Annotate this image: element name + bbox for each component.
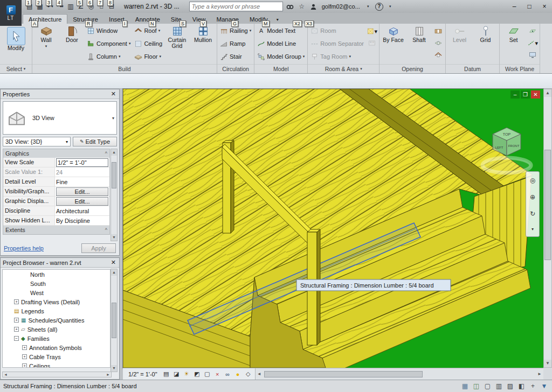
- tree-item-cable-trays[interactable]: +Cable Trays: [3, 352, 110, 361]
- properties-close-icon[interactable]: ✕: [110, 90, 117, 97]
- minimize-button[interactable]: –: [507, 1, 522, 12]
- close-button[interactable]: ×: [537, 1, 552, 12]
- ceiling-button[interactable]: Ceiling: [133, 38, 163, 50]
- shaft-button[interactable]: Shaft: [407, 25, 431, 43]
- property-input[interactable]: 1/2" = 1'-0": [56, 158, 108, 167]
- panel-label-datum[interactable]: Datum: [446, 64, 499, 73]
- mullion-button[interactable]: Mullion: [191, 25, 215, 43]
- apply-button[interactable]: Apply: [81, 243, 116, 253]
- property-value[interactable]: 1/2" = 1'-0": [55, 158, 109, 167]
- grid-button[interactable]: Grid: [473, 25, 498, 43]
- full-navigation-wheel-icon[interactable]: ◎: [530, 177, 535, 184]
- tree-item-west[interactable]: West: [3, 288, 110, 297]
- property-value[interactable]: Fine: [55, 177, 109, 186]
- show-work-plane-button[interactable]: [527, 26, 538, 37]
- expand-icon[interactable]: +: [22, 363, 27, 368]
- select-pinned-toggle[interactable]: ▨: [506, 382, 515, 391]
- area-button[interactable]: ▾: [367, 26, 377, 37]
- detail-level-icon[interactable]: ▤: [162, 369, 171, 379]
- type-selector[interactable]: 3D View ▾: [3, 101, 117, 135]
- level-button[interactable]: Level: [447, 25, 472, 43]
- room-separator-button[interactable]: Room Separator: [309, 38, 365, 50]
- floor-button[interactable]: Floor▾: [133, 51, 163, 62]
- project-browser-header[interactable]: Project Browser - warren 2.rvt ✕: [1, 258, 119, 268]
- ref-plane-button[interactable]: ▾: [527, 38, 538, 48]
- curtain-grid-button[interactable]: Curtain Grid: [165, 25, 189, 49]
- tree-item-north[interactable]: North: [3, 270, 110, 279]
- tab-manage[interactable]: Manage: [211, 15, 244, 24]
- dropdown-caret-icon[interactable]: ▾: [45, 43, 47, 49]
- modify-button[interactable]: Modify: [4, 25, 28, 51]
- scroll-up-icon[interactable]: ▲: [544, 89, 551, 97]
- filter-icon[interactable]: ▼: [540, 382, 549, 391]
- scroll-up-icon[interactable]: ▲: [111, 269, 117, 276]
- viewcube-front-label[interactable]: FRONT: [508, 144, 520, 148]
- dropdown-caret-icon[interactable]: ▾: [349, 54, 351, 59]
- view-instance-combobox[interactable]: 3D View: {3D}▾: [3, 137, 71, 146]
- door-button[interactable]: Door: [60, 25, 84, 43]
- dropdown-caret-icon[interactable]: ▾: [374, 28, 377, 35]
- drawing-area[interactable]: TOP LEFT FRONT Structural Framing : Dime…: [123, 89, 543, 368]
- tree-item-legends[interactable]: ▤Legends: [3, 306, 110, 316]
- scroll-down-icon[interactable]: ▼: [111, 234, 117, 241]
- scroll-left-icon[interactable]: ◄: [256, 372, 263, 376]
- maximize-button[interactable]: □: [522, 1, 537, 12]
- tree-item-annotation-symbols[interactable]: +Annotation Symbols: [3, 343, 110, 352]
- reveal-hidden-elements-icon[interactable]: ●: [233, 369, 243, 379]
- edit-type-button[interactable]: ✎ Edit Type: [73, 137, 117, 146]
- dormer-opening-button[interactable]: [433, 50, 444, 60]
- scroll-up-icon[interactable]: ▲: [111, 149, 117, 156]
- expand-icon[interactable]: +: [22, 345, 27, 350]
- sun-path-icon[interactable]: ☀: [182, 369, 191, 379]
- property-value[interactable]: 24: [55, 167, 109, 177]
- view-window-restore-icon[interactable]: ❐: [521, 90, 530, 99]
- select-by-face-toggle[interactable]: ◧: [517, 382, 526, 391]
- dropdown-caret-icon[interactable]: ▾: [159, 54, 161, 59]
- application-menu-button[interactable]: F LT: [0, 0, 22, 26]
- account-name[interactable]: golfm02@co...: [322, 3, 360, 10]
- properties-scrollbar[interactable]: ▲ ▼: [111, 149, 118, 241]
- expand-icon[interactable]: +: [14, 327, 19, 332]
- navbar-caret-icon[interactable]: ▾: [532, 227, 534, 232]
- viewcube-left-label[interactable]: LEFT: [495, 146, 503, 149]
- show-crop-icon[interactable]: ×: [213, 369, 222, 379]
- property-value[interactable]: Architectural: [55, 206, 109, 215]
- property-value[interactable]: Edit...: [55, 187, 109, 196]
- edit-button[interactable]: Edit...: [56, 197, 108, 206]
- properties-help-link[interactable]: Properties help: [4, 245, 44, 251]
- view-window-minimize-icon[interactable]: –: [510, 90, 520, 99]
- ribbon-options-caret[interactable]: ▾: [273, 16, 282, 24]
- undo-icon[interactable]: ↶▾3: [45, 2, 55, 11]
- print-icon[interactable]: ▥: [66, 2, 75, 11]
- edit-button[interactable]: Edit...: [56, 187, 108, 196]
- expand-icon[interactable]: +: [22, 354, 27, 359]
- scroll-right-icon[interactable]: ►: [536, 372, 543, 376]
- panel-label-select[interactable]: Select▾: [0, 64, 32, 73]
- panel-label-circulation[interactable]: Circulation: [217, 64, 254, 73]
- dropdown-caret-icon[interactable]: ▾: [119, 54, 121, 59]
- wall-button[interactable]: Wall▾: [34, 25, 58, 49]
- visual-style-icon[interactable]: ◪: [172, 369, 181, 379]
- wall-opening-button[interactable]: [433, 26, 444, 37]
- redo-icon[interactable]: ↷▾4: [56, 2, 65, 11]
- panel-label-opening[interactable]: Opening: [380, 64, 445, 73]
- collapse-icon[interactable]: −: [14, 336, 19, 341]
- measure-icon[interactable]: ∠5: [76, 2, 86, 11]
- project-browser-hscrollbar[interactable]: ◄ ►: [2, 372, 112, 377]
- expand-icon[interactable]: +: [14, 318, 19, 323]
- search-input[interactable]: [189, 2, 283, 11]
- dropdown-caret-icon[interactable]: ▾: [250, 29, 252, 33]
- section-header-graphics[interactable]: Graphics^: [3, 149, 109, 158]
- tag-icon[interactable]: ◎6: [86, 2, 96, 11]
- tag-room-button[interactable]: Tag Room▾: [309, 51, 365, 62]
- panel-caret-icon[interactable]: ▾: [360, 67, 362, 71]
- locked-3d-view-icon[interactable]: ◇: [244, 369, 253, 379]
- section-icon[interactable]: ⊟8: [107, 2, 116, 11]
- help-icon[interactable]: ?: [375, 3, 383, 11]
- model-group-button[interactable]: Model Group▾: [256, 51, 306, 62]
- collapse-icon[interactable]: ^: [105, 227, 107, 233]
- dropdown-caret-icon[interactable]: ▾: [303, 54, 305, 59]
- dropdown-caret-icon[interactable]: ▾: [535, 40, 538, 47]
- save-icon[interactable]: ▦2: [35, 2, 45, 11]
- set-button[interactable]: Set: [501, 25, 526, 43]
